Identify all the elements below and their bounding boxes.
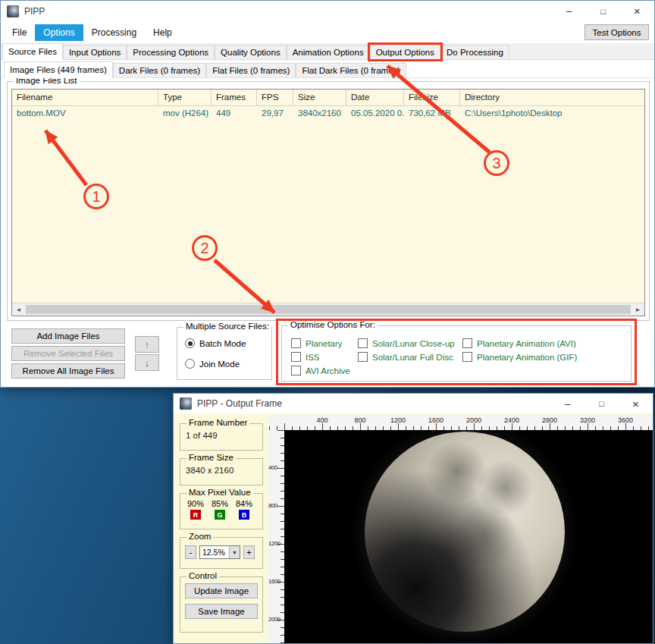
menu-help[interactable]: Help: [145, 24, 180, 41]
scroll-right-icon[interactable]: ►: [631, 303, 644, 316]
zoom-out-button[interactable]: -: [185, 545, 196, 559]
ruler-tick-label: 1600: [422, 416, 450, 424]
close-button[interactable]: ×: [620, 1, 654, 21]
group-label: Max Pixel Value: [186, 488, 253, 497]
tab-output-options[interactable]: Output Options: [370, 45, 440, 59]
tab-processing-options[interactable]: Processing Options: [127, 45, 215, 59]
output-frame-window: PIPP - Output Frame – □ × Frame Number 1…: [173, 393, 653, 644]
group-label: Control: [186, 571, 219, 580]
up-arrow-icon: ↑: [145, 339, 150, 350]
subtab-flat-files[interactable]: Flat Files (0 frames): [206, 63, 296, 77]
frame-size-group: Frame Size 3840 x 2160: [180, 458, 263, 485]
multiple-source-files-group: Multiple Source Files: Batch Mode Join M…: [177, 327, 272, 380]
tab-animation-options[interactable]: Animation Options: [287, 45, 370, 59]
tab-input-options[interactable]: Input Options: [63, 45, 127, 59]
save-image-button[interactable]: Save Image: [185, 604, 258, 619]
column-header-fps[interactable]: FPS: [257, 90, 293, 105]
group-label: Zoom: [186, 532, 213, 541]
tab-do-processing[interactable]: Do Processing: [440, 45, 509, 59]
maximize-button[interactable]: □: [584, 394, 619, 413]
scrollbar-thumb[interactable]: [26, 305, 631, 314]
ruler-tick-label: 2000: [460, 416, 487, 424]
max-pixel-b-value: 84%: [232, 499, 256, 508]
ruler-tick-label: 1200: [384, 416, 412, 424]
column-header-filename[interactable]: Filename: [12, 90, 158, 105]
ruler-tick-label: 800: [346, 416, 374, 424]
update-image-button[interactable]: Update Image: [185, 583, 258, 598]
cell-directory: C:\Users\1photo\Desktop: [460, 106, 644, 121]
subtab-flat-dark-files[interactable]: Flat Dark Files (0 frames): [296, 63, 406, 77]
file-list-header: Filename Type Frames FPS Size Date Files…: [12, 90, 644, 106]
radio-label: Batch Mode: [199, 339, 246, 348]
down-arrow-icon: ↓: [145, 357, 150, 369]
ruler-tick-label: 1600: [268, 578, 283, 585]
minimize-button[interactable]: –: [552, 1, 586, 21]
test-options-button[interactable]: Test Options: [584, 24, 649, 40]
remove-all-image-files-button[interactable]: Remove All Image Files: [11, 363, 125, 379]
move-down-button[interactable]: ↓: [135, 354, 159, 371]
red-channel-icon: R: [190, 510, 201, 520]
group-label: Multiple Source Files:: [183, 322, 271, 331]
remove-selected-files-button[interactable]: Remove Selected Files: [11, 346, 125, 361]
zoom-level-value: 12.5%: [200, 548, 229, 557]
zoom-level-select[interactable]: 12.5% ▼: [199, 545, 240, 559]
column-header-directory[interactable]: Directory: [460, 90, 644, 105]
minimize-button[interactable]: –: [550, 394, 584, 413]
subtab-image-files[interactable]: Image Files (449 frames): [4, 61, 113, 78]
frame-number-group: Frame Number 1 of 449: [180, 423, 263, 451]
app-icon: [7, 5, 19, 17]
table-row[interactable]: bottom.MOV mov (H264) 449 29,97 3840x216…: [12, 106, 644, 121]
column-header-filesize[interactable]: Filesize: [404, 90, 460, 105]
close-button[interactable]: ×: [619, 394, 653, 413]
zoom-group: Zoom - 12.5% ▼ +: [180, 537, 263, 569]
column-header-frames[interactable]: Frames: [212, 90, 257, 105]
ruler-tick-label: 400: [268, 464, 283, 471]
annotation-circle-3: 3: [484, 150, 509, 176]
group-label: Frame Size: [186, 453, 236, 462]
column-header-type[interactable]: Type: [158, 90, 212, 105]
column-header-date[interactable]: Date: [346, 90, 404, 105]
tab-source-files[interactable]: Source Files: [2, 43, 63, 60]
subtab-dark-files[interactable]: Dark Files (0 frames): [113, 63, 206, 77]
output-image-area: [284, 430, 653, 643]
main-titlebar: PIPP – □ ×: [1, 1, 654, 21]
annotation-circle-1: 1: [83, 184, 109, 209]
app-icon: [180, 397, 192, 410]
chevron-down-icon: ▼: [229, 546, 240, 558]
ruler-tick-label: 2800: [536, 416, 563, 424]
moon-image: [365, 432, 565, 632]
ruler-tick-label: 3600: [612, 416, 639, 424]
radio-icon: [185, 338, 195, 348]
column-header-size[interactable]: Size: [293, 90, 346, 105]
desktop: PIPP – □ × File Options Processing Help …: [0, 0, 655, 644]
menu-processing[interactable]: Processing: [83, 24, 145, 41]
window-title: PIPP - Output Frame: [197, 398, 282, 409]
main-tab-strip: Source Files Input Options Processing Op…: [1, 43, 654, 60]
max-pixel-g-value: 85%: [208, 499, 232, 508]
tab-quality-options[interactable]: Quality Options: [215, 45, 287, 59]
cell-date: 05.05.2020 0...: [346, 106, 404, 121]
output-side-panel: Frame Number 1 of 449 Frame Size 3840 x …: [176, 416, 267, 641]
horizontal-ruler: 400 800 1200 1600 2000 2400 2800 3200 36…: [268, 415, 653, 430]
radio-join-mode[interactable]: Join Mode: [185, 359, 240, 369]
move-up-button[interactable]: ↑: [135, 336, 159, 353]
blue-channel-icon: B: [239, 510, 249, 520]
radio-batch-mode[interactable]: Batch Mode: [185, 338, 246, 348]
max-pixel-r-value: 90%: [183, 499, 208, 508]
horizontal-scrollbar[interactable]: ◄ ►: [12, 303, 644, 316]
green-channel-icon: G: [215, 510, 225, 520]
max-pixel-value-group: Max Pixel Value 90% 85% 84% R G B: [180, 493, 263, 529]
zoom-in-button[interactable]: +: [243, 545, 255, 559]
menu-options[interactable]: Options: [35, 24, 83, 41]
ruler-tick-label: 1200: [268, 540, 283, 547]
scroll-left-icon[interactable]: ◄: [12, 303, 25, 316]
radio-label: Join Mode: [199, 360, 240, 369]
cell-size: 3840x2160: [293, 106, 346, 121]
output-titlebar: PIPP - Output Frame – □ ×: [174, 394, 653, 413]
add-image-files-button[interactable]: Add Image Files: [11, 328, 125, 344]
maximize-button[interactable]: □: [586, 1, 620, 21]
ruler-tick-label: 2000: [268, 616, 283, 623]
ruler-tick-label: 800: [268, 502, 283, 509]
menu-bar: File Options Processing Help Test Option…: [1, 21, 654, 43]
menu-file[interactable]: File: [4, 24, 35, 41]
